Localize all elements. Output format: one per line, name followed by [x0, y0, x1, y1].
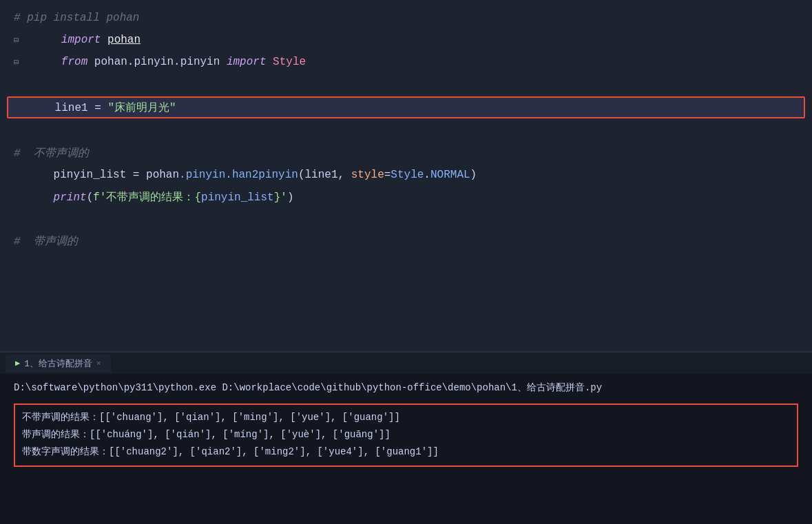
terminal-cmd-line: D:\software\python\py311\python.exe D:\w…	[14, 381, 798, 395]
output-box: 不带声调的结果：[['chuang'], ['qian'], ['ming'],…	[14, 404, 798, 467]
terminal-tab-bar: ▶ 1、给古诗配拼音 ×	[0, 352, 812, 374]
close-icon[interactable]: ×	[96, 359, 101, 368]
code-line-comment3: # 带声调的	[0, 230, 812, 252]
code-line-from: ⊟ from pohan.pinyin.pinyin import Style	[0, 51, 812, 73]
code-line-line1: line1 = "床前明月光"	[7, 96, 805, 118]
code-line-empty2	[0, 120, 812, 142]
run-icon: ▶	[15, 358, 20, 368]
output-line-2: 带声调的结果：[['chuáng'], ['qián'], ['míng'], …	[22, 426, 790, 443]
output-line-1: 不带声调的结果：[['chuang'], ['qian'], ['ming'],…	[22, 409, 790, 426]
editor-area: # pip install pohan ⊟ import pohan ⊟ fro…	[0, 0, 812, 351]
terminal-tab-label: 1、给古诗配拼音	[24, 357, 92, 370]
code-line-empty3	[0, 208, 812, 230]
fold-icon[interactable]: ⊟	[14, 57, 19, 67]
fold-icon[interactable]: ⊟	[14, 35, 19, 45]
terminal-tab[interactable]: ▶ 1、给古诗配拼音 ×	[6, 355, 111, 373]
terminal-area: D:\software\python\py311\python.exe D:\w…	[0, 374, 812, 524]
output-line-3: 带数字声调的结果：[['chuang2'], ['qian2'], ['ming…	[22, 443, 790, 461]
code-line-print: print(f'不带声调的结果：{pinyin_list}')	[0, 186, 812, 208]
code-content: # 带声调的	[14, 234, 78, 249]
